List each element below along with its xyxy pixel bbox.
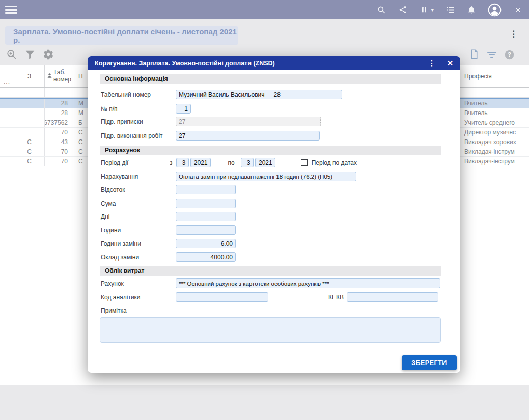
prymitka-field[interactable] — [100, 317, 441, 343]
zoom-in-icon[interactable] — [6, 49, 17, 60]
pause-control[interactable]: ▾ — [419, 5, 434, 15]
prymitka-label: Примітка — [101, 307, 176, 314]
top-app-bar: ▾ — [0, 0, 529, 19]
pidr-prypysky-field: 27 — [176, 117, 321, 126]
cell-prof: Викладач-інструм — [460, 157, 529, 166]
period-to-month-field[interactable]: 3 — [241, 158, 254, 167]
pidr-vykonannya-field[interactable]: 27 — [176, 131, 320, 141]
new-document-icon[interactable] — [469, 49, 480, 60]
period-to-year-field[interactable]: 2021 — [255, 158, 275, 167]
godyny-zaminy-label: Години заміни — [101, 240, 176, 247]
cell-prof: Вчитель — [460, 99, 529, 108]
queue-icon[interactable] — [445, 5, 455, 15]
cell-tab — [45, 88, 75, 97]
tabel-number-field[interactable]: Музичний Василь Васильович 28 — [176, 90, 342, 99]
employee-tab-number: 28 — [274, 91, 281, 98]
cell-z — [14, 128, 45, 137]
cell-z — [14, 88, 45, 97]
godyny-field[interactable] — [176, 225, 236, 235]
column-header-tab-nomer[interactable]: Таб. номер — [45, 65, 75, 87]
kekv-field[interactable] — [347, 292, 438, 302]
cell-dots — [0, 118, 14, 127]
cell-tab: 28 — [45, 108, 75, 118]
employee-name: Музичний Василь Васильович — [179, 91, 265, 98]
cell-prof: Викладач-інструм — [460, 147, 529, 156]
oklad-zaminy-field[interactable]: 4000.00 — [176, 252, 236, 262]
share-icon[interactable] — [398, 5, 408, 15]
hamburger-menu-icon[interactable] — [5, 6, 17, 14]
dialog-kebab-icon[interactable]: ⋮ — [426, 59, 437, 67]
rahunok-field[interactable]: *** Основний рахунок з картотеки особови… — [176, 278, 440, 288]
narahuvannya-label: Нарахування — [101, 173, 176, 180]
section-calculation: Розрахунок — [100, 146, 441, 155]
save-button[interactable]: ЗБЕРЕГТИ — [402, 355, 457, 370]
cell-tab: 70 — [45, 157, 75, 166]
cell-z — [14, 118, 45, 127]
section-cost-accounting: Облік витрат — [100, 266, 441, 276]
cell-prof: Учитель среднего — [460, 118, 529, 127]
filter-lines-icon[interactable] — [487, 51, 497, 59]
edit-dialog: Коригування. Зарплата. Умовно-постійні д… — [88, 56, 460, 373]
rahunok-label: Рахунок — [101, 280, 176, 287]
kod-analityky-field[interactable] — [176, 292, 268, 302]
account-icon[interactable] — [488, 3, 502, 17]
cell-prof — [460, 88, 529, 97]
close-icon[interactable] — [513, 5, 523, 15]
cell-tab: 43 — [45, 137, 75, 147]
cell-prof: Директор музичнс — [460, 128, 529, 137]
cell-tab: 56737562 — [45, 118, 75, 127]
period-from-year-field[interactable]: 2021 — [190, 158, 211, 167]
npp-label: № п/п — [101, 105, 176, 113]
period-to-label: по — [228, 159, 235, 166]
cell-dots — [0, 99, 14, 108]
cell-z: С — [14, 157, 45, 166]
cell-z — [14, 108, 45, 118]
narahuvannya-field[interactable]: Оплата замін при педнавантаженні 18 годи… — [176, 172, 356, 181]
cell-z — [14, 99, 45, 108]
dni-field[interactable] — [176, 212, 236, 221]
notifications-icon[interactable] — [466, 5, 477, 15]
filter-funnel-icon[interactable] — [24, 49, 36, 60]
suma-label: Сума — [101, 200, 176, 207]
vidsotok-label: Відсоток — [101, 186, 176, 193]
godyny-zaminy-field[interactable]: 6.00 — [176, 239, 236, 248]
search-icon[interactable] — [376, 5, 386, 15]
column-header-profesiya[interactable]: Професія — [460, 65, 529, 87]
caret-down-icon: ▾ — [431, 7, 434, 13]
vidsotok-field[interactable] — [176, 185, 236, 194]
pidr-vykonannya-label: Підр. виконання робіт — [101, 132, 176, 139]
cell-tab: 28 — [45, 99, 75, 108]
dialog-title: Коригування. Зарплата. Умовно-постійні д… — [88, 60, 275, 67]
column-header-rowmenu[interactable]: ... — [0, 65, 14, 87]
kod-analityky-label: Код аналітики — [101, 294, 176, 301]
cell-z: С — [14, 147, 45, 156]
cell-dots — [0, 128, 14, 137]
help-glyph: ? — [508, 51, 511, 58]
section-main-info: Основна інформація — [100, 74, 441, 84]
dni-label: Дні — [101, 213, 176, 220]
period-from-month-field[interactable]: 3 — [176, 158, 189, 167]
cell-tab: 70 — [45, 128, 75, 137]
dialog-close-icon[interactable]: ✕ — [447, 59, 453, 67]
oklad-zaminy-label: Оклад заміни — [101, 254, 176, 261]
cell-z: С — [14, 137, 45, 147]
person-icon — [47, 73, 52, 80]
cell-dots — [0, 108, 14, 118]
period-label: Період дії — [101, 159, 170, 166]
npp-field[interactable]: 1 — [176, 104, 191, 114]
dialog-header: Коригування. Зарплата. Умовно-постійні д… — [88, 56, 460, 70]
column-header-z[interactable]: З — [14, 65, 45, 87]
cell-dots — [0, 147, 14, 156]
cell-dots — [0, 88, 14, 97]
godyny-label: Години — [101, 227, 176, 234]
period-by-dates-checkbox[interactable] — [301, 159, 308, 166]
settings-gear-icon[interactable] — [43, 49, 54, 60]
page-options-kebab-icon[interactable]: ⋮ — [509, 30, 518, 38]
suma-field[interactable] — [176, 199, 236, 208]
cell-dots — [0, 137, 14, 147]
page-title: Зарплата. Умовно-постійні доплати січень… — [5, 26, 238, 45]
cell-prof: Вчитель — [460, 108, 529, 118]
period-by-dates-label: Період по датах — [312, 159, 357, 166]
help-icon[interactable]: ? — [504, 49, 515, 60]
cell-dots — [0, 157, 14, 166]
